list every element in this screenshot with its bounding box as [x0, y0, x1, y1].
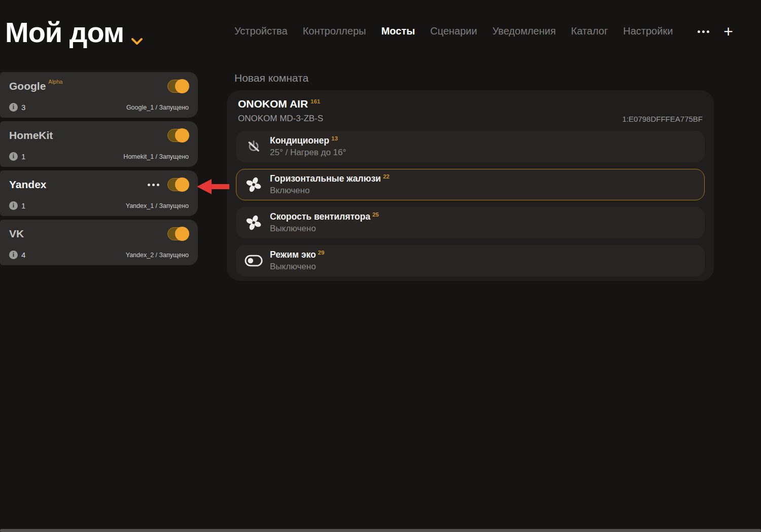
- power-off-icon: [245, 139, 263, 154]
- bridge-card-vk[interactable]: VK i 4 Yandex_2 / Запущено: [0, 220, 198, 265]
- info-icon: i: [9, 103, 18, 112]
- info-wrap: i 1: [9, 201, 25, 210]
- bridge-status: Yandex_2 / Запущено: [126, 252, 189, 259]
- info-icon: i: [9, 251, 18, 259]
- bridge-card-google[interactable]: Google Alpha i 3 Google_1 / Запущено: [0, 72, 198, 118]
- bridge-card-homekit[interactable]: HomeKit i 1 Homekit_1 / Запущено: [0, 121, 198, 167]
- row-eco-mode[interactable]: Режим эко29 Выключено: [236, 245, 705, 276]
- tab-devices[interactable]: Устройства: [234, 25, 288, 37]
- row-title: Режим эко29: [270, 250, 324, 260]
- row-id-sup: 29: [318, 250, 325, 256]
- bridge-status: Yandex_1 / Запущено: [126, 202, 189, 209]
- row-id-sup: 25: [372, 211, 379, 218]
- device-title: ONOKOM AIR161: [236, 98, 705, 110]
- device-title-label: ONOKOM AIR: [238, 98, 308, 110]
- more-options-icon[interactable]: [698, 30, 709, 33]
- tab-scenarios[interactable]: Сценарии: [430, 25, 477, 37]
- bridge-card-yandex[interactable]: Yandex i 1 Yandex_1 / Запущено: [0, 170, 198, 216]
- red-annotation-arrow: [197, 178, 229, 197]
- bridge-status: Homekit_1 / Запущено: [123, 153, 189, 160]
- add-icon[interactable]: +: [723, 26, 733, 37]
- row-status: Включено: [270, 186, 390, 196]
- row-fan-speed[interactable]: Скорость вентилятора25 Выключено: [236, 207, 705, 238]
- bridge-title: Google: [9, 80, 46, 92]
- tab-controllers[interactable]: Контроллеры: [303, 25, 366, 37]
- device-count: 4: [21, 251, 25, 259]
- info-wrap: i 3: [9, 103, 25, 112]
- info-wrap: i 1: [9, 152, 25, 161]
- bridges-sidebar: Google Alpha i 3 Google_1 / Запущено Hom…: [0, 72, 198, 265]
- device-card-onokom-air[interactable]: ONOKOM AIR161 ONOKOM MD-3-ZB-S 1:E0798DF…: [227, 90, 714, 281]
- tab-bridges[interactable]: Мосты: [381, 25, 415, 37]
- row-conditioner[interactable]: Кондиционер13 25° / Нагрев до 16°: [236, 131, 705, 162]
- device-count: 1: [21, 201, 25, 210]
- row-id-sup: 13: [331, 135, 338, 141]
- row-id-sup: 22: [383, 173, 390, 180]
- info-icon: i: [9, 201, 18, 210]
- home-title-label: Мой дом: [5, 16, 124, 49]
- device-count: 1: [21, 152, 25, 161]
- row-status: 25° / Нагрев до 16°: [270, 148, 346, 158]
- google-toggle[interactable]: [167, 80, 189, 93]
- fan-icon: [245, 176, 263, 193]
- main-nav: Устройства Контроллеры Мосты Сценарии Ув…: [234, 25, 673, 37]
- device-address: 1:E0798DFFFEA775BF: [622, 115, 703, 123]
- row-title-label: Горизонтальные жалюзи: [270, 173, 381, 184]
- bridge-status: Google_1 / Запущено: [126, 104, 189, 111]
- row-title-label: Режим эко: [270, 250, 316, 260]
- row-horizontal-louvers[interactable]: Горизонтальные жалюзи22 Включено: [236, 169, 705, 200]
- row-title-label: Кондиционер: [270, 135, 329, 146]
- info-icon: i: [9, 152, 18, 161]
- device-count: 3: [21, 103, 25, 112]
- vk-toggle[interactable]: [167, 227, 189, 240]
- card-menu-dots-icon[interactable]: [148, 184, 159, 186]
- toggle-icon: [245, 254, 263, 267]
- yandex-toggle[interactable]: [167, 178, 189, 191]
- fan-icon: [245, 215, 263, 231]
- row-title-label: Скорость вентилятора: [270, 211, 370, 222]
- row-title: Кондиционер13: [270, 135, 346, 146]
- header-actions: +: [698, 26, 733, 37]
- bridge-title: Yandex: [9, 179, 47, 191]
- bridge-title: HomeKit: [9, 129, 53, 141]
- chevron-down-icon[interactable]: [131, 19, 143, 52]
- horizontal-scrollbar[interactable]: [0, 529, 761, 532]
- row-status: Выключено: [270, 224, 379, 234]
- tab-settings[interactable]: Настройки: [623, 25, 673, 37]
- room-title: Новая комната: [234, 72, 308, 84]
- row-title: Горизонтальные жалюзи22: [270, 173, 390, 184]
- home-title: Мой дом: [5, 12, 143, 52]
- alpha-badge: Alpha: [48, 79, 62, 85]
- row-status: Выключено: [270, 262, 324, 272]
- device-model: ONOKOM MD-3-ZB-S: [238, 114, 323, 124]
- tab-notifications[interactable]: Уведомления: [492, 25, 556, 37]
- info-wrap: i 4: [9, 251, 25, 259]
- device-feature-rows: Кондиционер13 25° / Нагрев до 16° Горизо…: [236, 131, 705, 276]
- homekit-toggle[interactable]: [167, 129, 189, 142]
- device-id-sup: 161: [310, 98, 320, 104]
- tab-catalog[interactable]: Каталог: [571, 25, 608, 37]
- bridge-title: VK: [9, 228, 24, 240]
- row-title: Скорость вентилятора25: [270, 211, 379, 222]
